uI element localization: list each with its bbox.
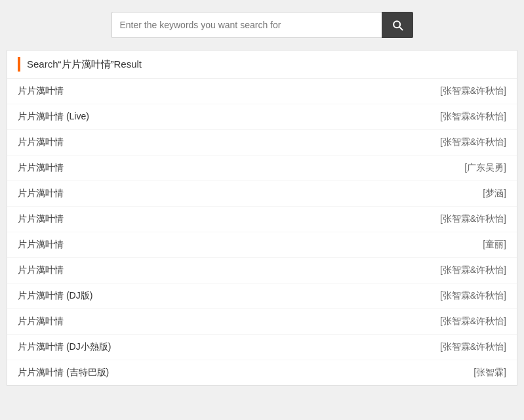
result-item[interactable]: 片片澫叶情[广东吴勇] — [7, 156, 517, 181]
result-artist: [张智霖] — [474, 367, 506, 379]
result-item[interactable]: 片片澫叶情[张智霖&许秋怡] — [7, 207, 517, 232]
results-header-title: Search“片片澫叶情”Result — [27, 58, 142, 71]
result-artist: [张智霖&许秋怡] — [440, 316, 506, 327]
result-artist: [张智霖&许秋怡] — [440, 264, 506, 276]
search-input[interactable] — [111, 12, 382, 38]
result-title: 片片澫叶情 — [18, 316, 64, 327]
result-title: 片片澫叶情 — [18, 162, 64, 174]
result-title: 片片澫叶情 (DJ小熱版) — [18, 341, 111, 353]
search-bar — [111, 12, 413, 38]
search-button[interactable] — [382, 12, 413, 38]
result-title: 片片澫叶情 — [18, 188, 64, 200]
result-item[interactable]: 片片澫叶情 (吉特巴版)[张智霖] — [7, 360, 517, 385]
results-header: Search“片片澫叶情”Result — [7, 51, 517, 79]
result-item[interactable]: 片片澫叶情 (Live)[张智霖&许秋怡] — [7, 104, 517, 130]
result-artist: [广东吴勇] — [464, 162, 506, 174]
result-title: 片片澫叶情 — [18, 136, 64, 148]
result-artist: [张智霖&许秋怡] — [440, 213, 506, 225]
result-artist: [童丽] — [483, 239, 506, 251]
result-title: 片片澫叶情 — [18, 264, 64, 276]
result-item[interactable]: 片片澫叶情[张智霖&许秋怡] — [7, 309, 517, 335]
result-artist: [张智霖&许秋怡] — [440, 85, 506, 97]
result-artist: [张智霖&许秋怡] — [440, 111, 506, 123]
result-artist: [张智霖&许秋怡] — [440, 290, 506, 302]
results-header-accent — [18, 57, 20, 72]
search-icon — [391, 18, 404, 32]
result-title: 片片澫叶情 — [18, 239, 64, 251]
result-artist: [梦涵] — [483, 188, 506, 200]
results-list: 片片澫叶情[张智霖&许秋怡]片片澫叶情 (Live)[张智霖&许秋怡]片片澫叶情… — [7, 79, 517, 385]
result-artist: [张智霖&许秋怡] — [440, 136, 506, 148]
result-item[interactable]: 片片澫叶情[张智霖&许秋怡] — [7, 130, 517, 156]
header — [0, 0, 524, 50]
result-title: 片片澫叶情 — [18, 213, 64, 225]
result-title: 片片澫叶情 — [18, 85, 64, 97]
result-item[interactable]: 片片澫叶情 (DJ小熱版)[张智霖&许秋怡] — [7, 335, 517, 360]
results-container: Search“片片澫叶情”Result 片片澫叶情[张智霖&许秋怡]片片澫叶情 … — [7, 50, 517, 386]
result-item[interactable]: 片片澫叶情 (DJ版)[张智霖&许秋怡] — [7, 284, 517, 309]
result-title: 片片澫叶情 (DJ版) — [18, 290, 92, 302]
result-item[interactable]: 片片澫叶情[张智霖&许秋怡] — [7, 258, 517, 284]
result-item[interactable]: 片片澫叶情[梦涵] — [7, 181, 517, 207]
result-title: 片片澫叶情 (吉特巴版) — [18, 367, 109, 379]
result-item[interactable]: 片片澫叶情[童丽] — [7, 232, 517, 258]
result-artist: [张智霖&许秋怡] — [440, 341, 506, 353]
result-item[interactable]: 片片澫叶情[张智霖&许秋怡] — [7, 79, 517, 104]
result-title: 片片澫叶情 (Live) — [18, 111, 89, 123]
